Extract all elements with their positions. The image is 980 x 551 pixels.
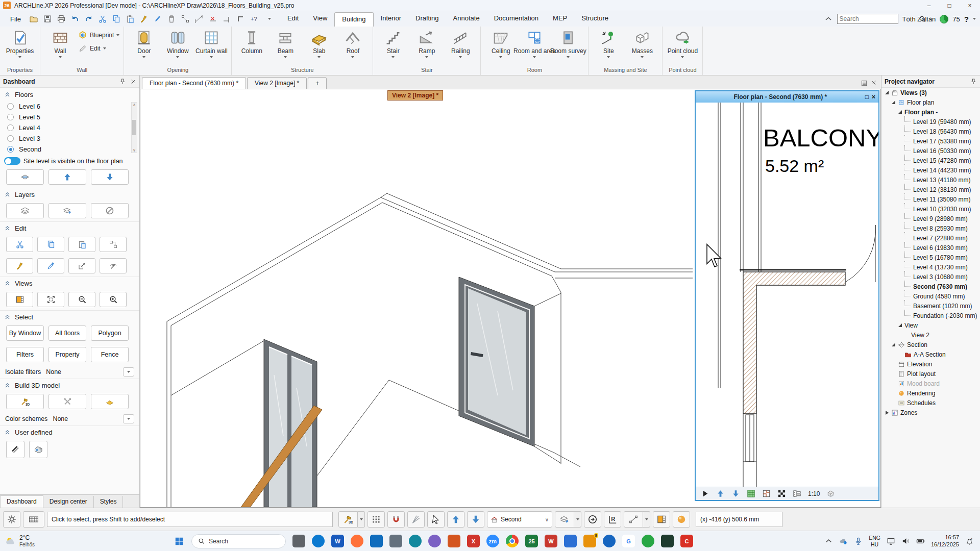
ribbon-button-window[interactable]: Window — [162, 29, 193, 58]
cut-icon[interactable] — [96, 13, 109, 25]
help-caret-icon[interactable] — [973, 18, 976, 20]
floors-scrollbar[interactable]: ∧∨ — [131, 102, 137, 153]
tree-item-level-16-50330-mm[interactable]: Level 16 (50330 mm) — [881, 146, 980, 156]
display-icon[interactable] — [887, 537, 895, 545]
tree-item-plot-layout[interactable]: Plot layout — [881, 369, 980, 379]
taskbar-app-browser-blue-icon[interactable] — [312, 535, 325, 547]
menu-drafting[interactable]: Drafting — [408, 12, 446, 26]
qat-overflow-icon[interactable] — [268, 18, 271, 20]
tree-item-mood-board[interactable]: Mood board — [881, 379, 980, 388]
tree-expander-icon[interactable] — [898, 323, 903, 328]
document-tab-view-2-image[interactable]: View 2 [Image] * — [247, 77, 307, 89]
speaker-icon[interactable] — [901, 537, 910, 545]
floor-radio-level-3[interactable]: Level 3 — [7, 133, 129, 144]
select-polygon-button[interactable]: Polygon — [91, 325, 129, 341]
tree-expander-icon[interactable] — [885, 90, 890, 95]
tree-item-level-14-44230-mm[interactable]: Level 14 (44230 mm) — [881, 165, 980, 175]
section-header-floors[interactable]: Floors — [0, 88, 139, 100]
undo-icon[interactable] — [68, 13, 82, 25]
pen-icon[interactable] — [151, 13, 164, 25]
ribbon-button-ramp[interactable]: Ramp — [411, 29, 443, 58]
fp-close-button[interactable]: × — [872, 93, 875, 101]
floor-plan-view[interactable]: BALCONY 5.52 m² — [696, 103, 878, 487]
tree-item-level-3-10680-mm[interactable]: Level 3 (10680 mm) — [881, 272, 980, 282]
close-panel-icon[interactable] — [130, 79, 136, 85]
arrow-up-button[interactable] — [48, 169, 86, 185]
dropdown-caret-icon[interactable] — [59, 56, 62, 58]
command-table-button[interactable] — [23, 511, 44, 528]
segment-button[interactable] — [624, 511, 643, 528]
select-property-button[interactable]: Property — [48, 347, 86, 362]
dropdown-caret-icon[interactable] — [284, 56, 287, 58]
menu-building[interactable]: Building — [334, 12, 373, 27]
battery-icon[interactable] — [916, 537, 925, 545]
radio-icon[interactable] — [7, 114, 14, 120]
floor-up-button[interactable] — [447, 511, 464, 528]
navigator-pin-icon[interactable] — [970, 78, 977, 85]
dashboard-tab-dashboard[interactable]: Dashboard — [0, 495, 43, 508]
zoom-in-button[interactable] — [100, 292, 127, 307]
ribbon-button-masses[interactable]: Masses — [626, 29, 658, 58]
clock[interactable]: 16:57 16/12/2025 — [931, 534, 959, 547]
view2-label-tag[interactable]: View 2 [Image] * — [387, 90, 443, 101]
modify-view-button[interactable] — [100, 258, 127, 273]
tree-item-level-18-56430-mm[interactable]: Level 18 (56430 mm) — [881, 127, 980, 136]
floor-select-caret[interactable]: ∨ — [545, 517, 549, 522]
site-visible-toggle[interactable] — [4, 157, 20, 165]
section-header-views[interactable]: Views — [0, 277, 139, 289]
start-button[interactable] — [174, 536, 185, 547]
taskbar-app-x-app-icon[interactable]: X — [467, 535, 480, 547]
close-tab-icon[interactable] — [871, 80, 877, 86]
tree-item-elevation[interactable]: Elevation — [881, 359, 980, 369]
radio-icon[interactable] — [7, 146, 14, 153]
ribbon-button-site[interactable]: Site — [593, 29, 624, 58]
ribbon-button-properties[interactable]: Properties — [4, 29, 36, 58]
tree-expander-icon[interactable] — [891, 342, 896, 347]
tree-item-schedules[interactable]: Schedules — [881, 398, 980, 408]
menu-annotate[interactable]: Annotate — [446, 12, 487, 26]
copy-properties-button[interactable] — [100, 237, 127, 252]
taskbar-app-zoom-icon[interactable]: zm — [486, 535, 499, 547]
tree-item-foundation-2030-mm[interactable]: Foundation (-2030 mm) — [881, 311, 980, 320]
floor-plan-window-titlebar[interactable]: Floor plan - Second (7630 mm) * □ × — [696, 91, 878, 103]
select-by-window-button[interactable]: By Window — [6, 325, 44, 341]
dropdown-caret-icon[interactable] — [681, 56, 684, 58]
tree-item-level-11-35080-mm[interactable]: Level 11 (35080 mm) — [881, 194, 980, 204]
taskbar-app-clock-icon[interactable]: 9 — [583, 535, 596, 547]
layer-walk-button[interactable] — [48, 203, 86, 218]
format-painter-button[interactable] — [6, 258, 33, 273]
pin-icon[interactable] — [119, 78, 126, 85]
tray-chevron-icon[interactable] — [824, 537, 833, 545]
ribbon-button-curtain-wall[interactable]: Curtain wall — [195, 29, 227, 58]
taskbar-app-app-25-icon[interactable]: 25 — [525, 535, 538, 547]
tree-item-section[interactable]: Section — [881, 340, 980, 349]
tree-item-ground-4580-mm[interactable]: Ground (4580 mm) — [881, 291, 980, 301]
corner-icon[interactable] — [234, 13, 247, 25]
tree-item-level-10-32030-mm[interactable]: Level 10 (32030 mm) — [881, 204, 980, 214]
section-header-layers[interactable]: Layers — [0, 188, 139, 200]
layer-walk-caret[interactable] — [574, 511, 581, 528]
radio-icon[interactable] — [7, 135, 14, 142]
tree-expander-icon[interactable] — [891, 100, 896, 105]
cut-button[interactable] — [6, 237, 33, 252]
ribbon-button-roof[interactable]: Roof — [337, 29, 369, 58]
arrow-down-button[interactable] — [91, 169, 129, 185]
menu-file[interactable]: File — [4, 15, 27, 23]
tree-item-views-3[interactable]: Views (3) — [881, 88, 980, 97]
taskbar-app-outlook-icon[interactable] — [370, 535, 383, 547]
build-3d-button[interactable]: 3D — [6, 394, 44, 409]
floor-down-icon[interactable] — [731, 489, 740, 498]
grid-toggle-button[interactable] — [368, 511, 385, 528]
dropdown-caret-icon[interactable] — [533, 56, 536, 58]
floor-plan-3d-button[interactable] — [6, 169, 44, 185]
taskbar-app-firefox-icon[interactable] — [351, 535, 363, 547]
tree-item-level-7-22880-mm[interactable]: Level 7 (22880 mm) — [881, 233, 980, 243]
color-schemes-dropdown[interactable] — [123, 414, 134, 423]
scrollbar-thumb[interactable] — [132, 120, 136, 135]
tree-item-level-12-38130-mm[interactable]: Level 12 (38130 mm) — [881, 185, 980, 194]
floor-radio-level-6[interactable]: Level 6 — [7, 101, 129, 112]
maximize-button[interactable]: □ — [939, 0, 960, 11]
dropdown-caret-icon[interactable] — [391, 56, 395, 58]
tree-item-basement-1020-mm[interactable]: Basement (1020 mm) — [881, 301, 980, 311]
tree-item-level-17-53380-mm[interactable]: Level 17 (53380 mm) — [881, 136, 980, 146]
